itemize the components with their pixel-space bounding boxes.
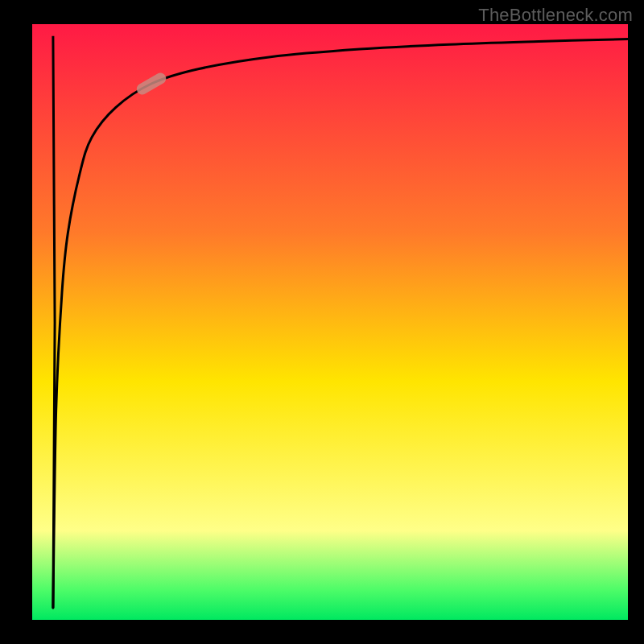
chart-frame: TheBottleneck.com xyxy=(0,0,644,644)
watermark-text: TheBottleneck.com xyxy=(478,5,633,26)
chart-svg xyxy=(32,24,628,620)
gradient-background xyxy=(32,24,628,620)
plot-area xyxy=(32,24,628,620)
